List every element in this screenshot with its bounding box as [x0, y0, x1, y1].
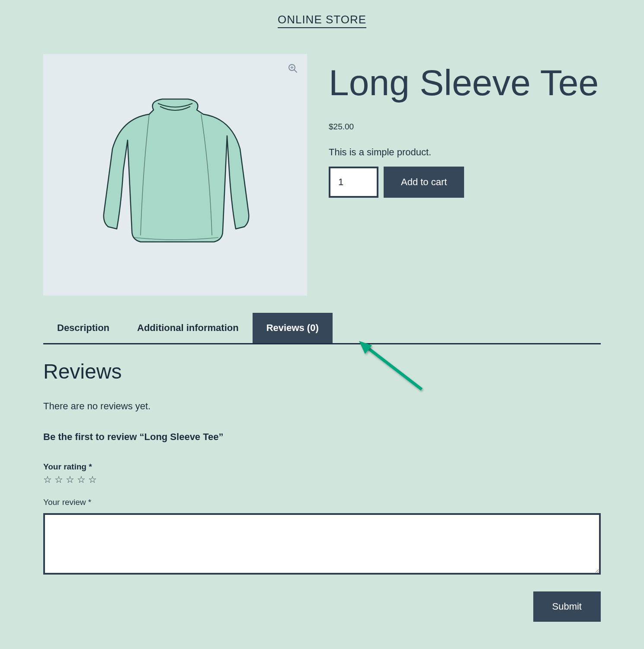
quantity-input[interactable]: [329, 167, 378, 198]
tshirt-illustration-icon: [84, 93, 266, 257]
product-main: Long Sleeve Tee $25.00 This is a simple …: [43, 54, 601, 296]
star-5-icon[interactable]: ☆: [88, 474, 97, 485]
product-info: Long Sleeve Tee $25.00 This is a simple …: [329, 54, 601, 296]
site-title-link[interactable]: ONLINE STORE: [278, 13, 366, 28]
star-2-icon[interactable]: ☆: [54, 474, 63, 485]
product-tabs: Description Additional information Revie…: [43, 313, 601, 344]
review-prompt: Be the first to review “Long Sleeve Tee”: [43, 431, 601, 443]
reviews-panel: Reviews There are no reviews yet. Be the…: [43, 344, 601, 622]
review-textarea[interactable]: [43, 513, 601, 575]
tab-reviews[interactable]: Reviews (0): [253, 313, 333, 343]
no-reviews-text: There are no reviews yet.: [43, 401, 601, 412]
star-3-icon[interactable]: ☆: [66, 474, 74, 485]
product-title: Long Sleeve Tee: [329, 63, 601, 103]
star-1-icon[interactable]: ☆: [43, 474, 52, 485]
review-textarea-label: Your review *: [43, 498, 601, 507]
add-to-cart-form: Add to cart: [329, 167, 601, 198]
site-header: ONLINE STORE: [43, 0, 601, 54]
svg-line-1: [294, 70, 297, 72]
submit-review-button[interactable]: Submit: [533, 591, 601, 622]
tab-additional-information[interactable]: Additional information: [123, 313, 253, 343]
rating-stars: ☆ ☆ ☆ ☆ ☆: [43, 474, 601, 485]
star-4-icon[interactable]: ☆: [77, 474, 86, 485]
product-short-description: This is a simple product.: [329, 147, 601, 158]
add-to-cart-button[interactable]: Add to cart: [384, 167, 464, 198]
reviews-heading: Reviews: [43, 360, 601, 383]
product-image[interactable]: [43, 54, 307, 296]
product-price: $25.00: [329, 122, 601, 132]
tab-description[interactable]: Description: [43, 313, 123, 343]
rating-label: Your rating *: [43, 462, 601, 472]
zoom-icon[interactable]: [286, 62, 299, 75]
